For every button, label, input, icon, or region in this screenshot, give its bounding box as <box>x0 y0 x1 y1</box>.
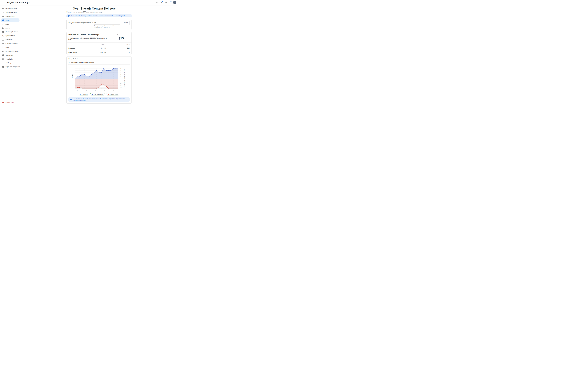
info-icon: i <box>70 99 72 100</box>
sidebar-item-custom-languages[interactable]: Custom languages <box>1 42 20 46</box>
warning-triangle-icon <box>2 101 4 103</box>
sidebar-item-spellcheckers[interactable]: A Spellcheckers <box>1 34 20 38</box>
row-price: $15 <box>117 46 131 50</box>
svg-text:0.2: 0.2 <box>120 74 121 75</box>
search-button[interactable] <box>155 1 159 4</box>
total-amount-label: Total Amount <box>117 34 125 36</box>
svg-text:$0.2: $0.2 <box>120 81 122 82</box>
back-button[interactable]: ← <box>2 1 5 4</box>
svg-text:$: $ <box>3 20 3 21</box>
sidebar-item-label: Account Defaults <box>5 12 17 13</box>
avatar[interactable]: J <box>173 1 176 4</box>
sidebar-item-legal-and-compliance[interactable]: Legal and compliance <box>1 65 20 69</box>
table-row: Data transfer 2.441 GB - <box>66 50 131 55</box>
legend-chip-data-transferred[interactable]: Data Transferred <box>90 93 105 95</box>
sidebar-item-label: API Log <box>5 62 11 64</box>
sidebar-item-oauth-apps[interactable]: OAuth apps <box>1 53 20 57</box>
sidebar-item-apps[interactable]: Apps <box>1 22 20 26</box>
app-bar: ← Organization Settings ? J <box>0 0 178 5</box>
sidebar-item-api-log[interactable]: API Log <box>1 61 20 65</box>
sidebar-item-label: Custom placeholders <box>5 50 19 52</box>
sidebar-item-label: Spellcheckers <box>5 35 15 37</box>
svg-text:Requests: Requests <box>72 73 73 78</box>
svg-text:?: ? <box>169 2 170 3</box>
row-usage: 2.441 GB <box>89 50 117 55</box>
legend-chip-transfer-costs[interactable]: Transfer Costs <box>106 93 120 95</box>
chat-icon <box>165 1 167 4</box>
sidebar-item-security-log[interactable]: Security log <box>1 57 20 61</box>
notifications-badge <box>162 1 163 2</box>
sidebar-item-danger-zone[interactable]: Danger zone <box>1 100 20 104</box>
sidebar-item-label: OAuth apps <box>5 54 13 56</box>
help-badge <box>170 1 171 2</box>
sidebar-item-fields[interactable]: Fields <box>1 46 20 49</box>
svg-text:0.5: 0.5 <box>120 68 121 69</box>
list-bullets-icon <box>2 58 4 60</box>
svg-text:$0.5: $0.5 <box>120 87 122 88</box>
page-subtitle: Here you can review you OTA data and req… <box>66 11 132 13</box>
usage-card-subtitle: If you have up to 1M requests and 10GB o… <box>68 37 109 41</box>
svg-text:$0.1: $0.1 <box>120 79 122 81</box>
threshold-input[interactable] <box>94 21 120 24</box>
notifications-button[interactable] <box>160 1 163 4</box>
page-back-button[interactable]: ← <box>69 7 72 10</box>
row-usage: 5 000 000 <box>89 46 117 50</box>
payment-info-banner: i Payment for OTA usage will be included… <box>66 14 132 17</box>
save-button[interactable]: SAVE <box>122 21 130 25</box>
transfer-costs-dot-icon <box>108 94 109 95</box>
dollar-circle-icon: $ <box>2 19 4 22</box>
svg-text:$0.4: $0.4 <box>120 85 122 86</box>
help-button[interactable]: ? <box>168 1 172 4</box>
usage-statistics-title: Usage Statistics <box>68 58 130 60</box>
distributions-select[interactable]: All distributions (including deleted) ▼ <box>68 61 130 65</box>
svg-text:17 aug: 17 aug <box>75 90 78 91</box>
messages-button[interactable] <box>164 1 168 4</box>
sidebar-item-label: Agents <box>5 27 10 29</box>
row-name: Requests <box>66 46 89 50</box>
svg-text:0.4: 0.4 <box>120 70 121 71</box>
sidebar-item-label: Custom QA checks <box>5 31 18 33</box>
sidebar-item-label: Custom languages <box>5 43 18 44</box>
svg-text:23 aug: 23 aug <box>102 90 105 91</box>
move-icon <box>2 62 4 64</box>
sidebar-item-label: Billing <box>5 20 9 21</box>
sidebar-item-organization-info[interactable]: Organization info <box>1 7 20 10</box>
user-gear-icon <box>2 11 4 14</box>
sidebar-item-label: Apps <box>5 23 9 25</box>
svg-text:Transfer Costs | Data transfer: Transfer Costs | Data transferred (GB) <box>124 69 125 87</box>
sidebar-item-custom-qa-checks[interactable]: Custom QA checks <box>1 30 20 34</box>
sidebar-item-agents[interactable]: Agents <box>1 26 20 30</box>
sidebar: Organization info Account Defaults Authe… <box>0 5 20 106</box>
main-area: ← Over-The-Air Content Delivery Here you… <box>20 5 178 106</box>
threshold-helper-text: When your daily balance reaches this amo… <box>94 25 120 28</box>
cloud-circle-icon <box>2 54 4 56</box>
svg-text:26 aug: 26 aug <box>115 90 118 91</box>
sidebar-item-billing[interactable]: $ Billing <box>1 18 20 22</box>
table-row: Requests 5 000 000 $15 <box>66 46 131 50</box>
banner-text: The Transfer Costs graph provides approx… <box>73 98 128 101</box>
usage-card-title: Over-The-Air Content Delivery usage <box>68 34 109 36</box>
svg-text:18 aug: 18 aug <box>79 90 82 91</box>
svg-text:24 aug: 24 aug <box>106 90 109 91</box>
check-circle-icon <box>2 31 4 33</box>
svg-text:0.0: 0.0 <box>120 78 121 79</box>
usage-chart: 0.50.40.30.20.10.0$0.1$0.2$0.3$0.4$0.517… <box>72 66 126 92</box>
sidebar-item-label: Webhooks <box>5 39 12 41</box>
sidebar-item-label: Legal and compliance <box>5 66 20 68</box>
transfer-costs-banner: i The Transfer Costs graph provides appr… <box>68 97 130 102</box>
sidebar-item-account-defaults[interactable]: Account Defaults <box>1 10 20 14</box>
svg-text:20 aug: 20 aug <box>88 90 91 91</box>
page-title: Over-The-Air Content Delivery <box>73 7 116 10</box>
webhook-icon <box>2 39 4 41</box>
sidebar-item-label: Danger zone <box>5 101 14 103</box>
threshold-label: Daily balance warning threshold, $ <box>68 21 93 24</box>
sidebar-item-webhooks[interactable]: Webhooks <box>1 38 20 42</box>
sidebar-item-custom-placeholders[interactable]: Custom placeholders <box>1 49 20 53</box>
legend-chip-requests[interactable]: Requests <box>79 93 89 95</box>
building-icon <box>2 7 4 10</box>
globe-icon <box>2 42 4 45</box>
sidebar-item-authentication[interactable]: Authentication <box>1 14 20 18</box>
spellcheck-icon: A <box>2 35 4 37</box>
app-title: Organization Settings <box>7 1 30 4</box>
usage-statistics-card: Usage Statistics All distributions (incl… <box>66 56 132 104</box>
